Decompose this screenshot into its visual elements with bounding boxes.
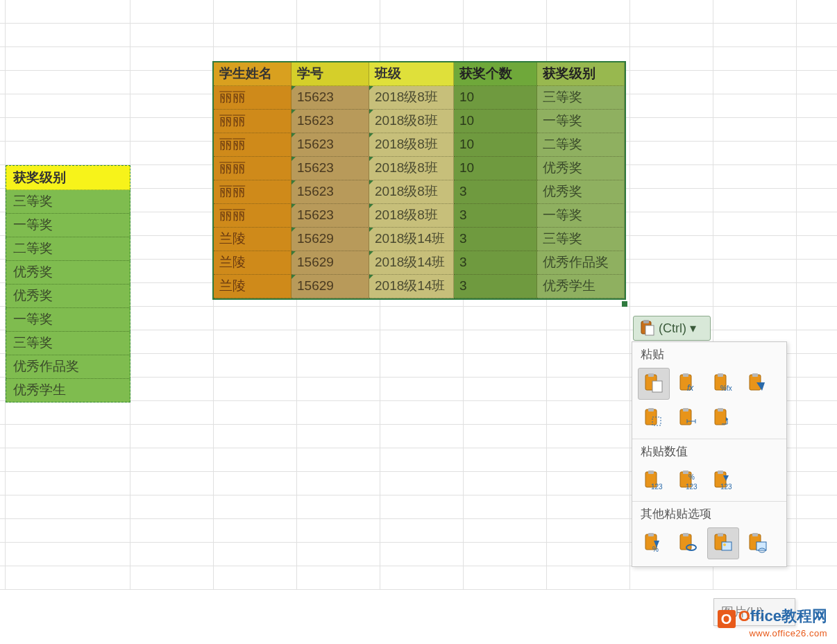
table-row[interactable]: 丽丽156232018级8班10三等奖 (214, 86, 625, 110)
paste-options-label: (Ctrl) ▾ (659, 321, 696, 336)
copied-cell[interactable]: 三等奖 (6, 332, 130, 355)
table-row[interactable]: 丽丽156232018级8班10一等奖 (214, 110, 625, 133)
cell-lvl[interactable]: 三等奖 (537, 86, 625, 110)
copied-cell[interactable]: 一等奖 (6, 308, 130, 332)
cell-cnt[interactable]: 10 (454, 157, 537, 180)
col-header-id[interactable]: 学号 (291, 62, 369, 86)
cell-lvl[interactable]: 一等奖 (537, 204, 625, 228)
svg-rect-2 (645, 325, 654, 335)
col-header-class[interactable]: 班级 (369, 62, 454, 86)
copied-cell[interactable]: 一等奖 (6, 214, 130, 237)
cell-cnt[interactable]: 3 (454, 228, 537, 251)
table-row[interactable]: 兰陵156292018级14班3三等奖 (214, 228, 625, 251)
table-row[interactable]: 丽丽156232018级8班10优秀奖 (214, 157, 625, 180)
col-header-level[interactable]: 获奖级别 (537, 62, 625, 86)
cell-cnt[interactable]: 3 (454, 251, 537, 275)
paste-formatting-icon[interactable] (742, 368, 774, 400)
table-row[interactable]: 丽丽156232018级8班3优秀奖 (214, 180, 625, 204)
cell-cnt[interactable]: 3 (454, 275, 537, 298)
svg-rect-39 (722, 542, 732, 550)
paste-picture-icon[interactable] (707, 527, 739, 559)
cell-name[interactable]: 丽丽 (214, 180, 291, 204)
copied-header-cell[interactable]: 获奖级别 (6, 165, 130, 190)
table-row[interactable]: 兰陵156292018级14班3优秀学生 (214, 275, 625, 298)
cell-id[interactable]: 15623 (291, 110, 369, 133)
svg-rect-10 (718, 373, 723, 377)
cell-name[interactable]: 丽丽 (214, 204, 291, 228)
cell-cnt[interactable]: 3 (454, 180, 537, 204)
cell-cls[interactable]: 2018级8班 (369, 86, 454, 110)
cell-name[interactable]: 丽丽 (214, 86, 291, 110)
cell-name[interactable]: 兰陵 (214, 275, 291, 298)
col-header-count[interactable]: 获奖个数 (454, 62, 537, 86)
flyout-section-values: 粘贴数值 (632, 439, 786, 462)
copied-cell[interactable]: 三等奖 (6, 190, 130, 214)
cell-id[interactable]: 15623 (291, 86, 369, 110)
col-header-name[interactable]: 学生姓名 (214, 62, 291, 86)
cell-cnt[interactable]: 10 (454, 86, 537, 110)
cell-cnt[interactable]: 10 (454, 110, 537, 133)
cell-cls[interactable]: 2018级14班 (369, 251, 454, 275)
cell-id[interactable]: 15629 (291, 275, 369, 298)
cell-name[interactable]: 丽丽 (214, 110, 291, 133)
paste-values-srcfmt-123-icon[interactable]: 123 (707, 465, 739, 497)
cell-name[interactable]: 兰陵 (214, 251, 291, 275)
selection-handle[interactable] (622, 301, 627, 307)
cell-cnt[interactable]: 3 (454, 204, 537, 228)
cell-cls[interactable]: 2018级14班 (369, 228, 454, 251)
cell-lvl[interactable]: 三等奖 (537, 228, 625, 251)
paste-special-icon[interactable]: % (638, 527, 670, 559)
watermark: OOffice教程网 www.office26.com (718, 606, 827, 638)
paste-values-123-icon[interactable]: 123 (638, 465, 670, 497)
paste-link-icon[interactable] (673, 527, 704, 559)
svg-rect-4 (648, 373, 654, 377)
cell-lvl[interactable]: 优秀学生 (537, 275, 625, 298)
cell-id[interactable]: 15629 (291, 251, 369, 275)
copied-cell[interactable]: 二等奖 (6, 237, 130, 261)
cell-id[interactable]: 15623 (291, 133, 369, 157)
svg-rect-32 (648, 533, 654, 536)
copied-cell[interactable]: 优秀奖 (6, 261, 130, 285)
copied-cell[interactable]: 优秀作品奖 (6, 355, 130, 379)
table-row[interactable]: 丽丽156232018级8班10二等奖 (214, 133, 625, 157)
cell-cls[interactable]: 2018级8班 (369, 133, 454, 157)
cell-lvl[interactable]: 二等奖 (537, 133, 625, 157)
paste-pctfx-icon[interactable]: %fx (707, 368, 739, 400)
cell-id[interactable]: 15629 (291, 228, 369, 251)
paste-values-fmt-123-icon[interactable]: 123% (673, 465, 704, 497)
copied-range[interactable]: 获奖级别 三等奖一等奖二等奖优秀奖优秀奖一等奖三等奖优秀作品奖优秀学生 (6, 165, 130, 402)
copied-cell[interactable]: 优秀奖 (6, 285, 130, 308)
table-row[interactable]: 兰陵156292018级14班3优秀作品奖 (214, 251, 625, 275)
paste-colwidth-icon[interactable] (673, 402, 704, 434)
cell-name[interactable]: 丽丽 (214, 133, 291, 157)
copied-cell[interactable]: 优秀学生 (6, 379, 130, 402)
cell-cls[interactable]: 2018级14班 (369, 275, 454, 298)
svg-rect-34 (680, 534, 691, 550)
paste-transpose-icon[interactable] (707, 402, 739, 434)
cell-name[interactable]: 兰陵 (214, 228, 291, 251)
cell-id[interactable]: 15623 (291, 180, 369, 204)
cell-lvl[interactable]: 优秀奖 (537, 157, 625, 180)
paste-linked-picture-icon[interactable] (742, 527, 774, 559)
cell-lvl[interactable]: 一等奖 (537, 110, 625, 133)
cell-cnt[interactable]: 10 (454, 133, 537, 157)
paste-fx-icon[interactable]: fx (673, 368, 704, 400)
paste-icon[interactable] (638, 368, 670, 400)
cell-cls[interactable]: 2018级8班 (369, 157, 454, 180)
cell-id[interactable]: 15623 (291, 157, 369, 180)
cell-cls[interactable]: 2018级8班 (369, 110, 454, 133)
table-row[interactable]: 丽丽156232018级8班3一等奖 (214, 204, 625, 228)
pasted-table[interactable]: 学生姓名 学号 班级 获奖个数 获奖级别 丽丽156232018级8班10三等奖… (212, 61, 626, 300)
paste-options-flyout: 粘贴 fx%fx 粘贴数值 123123%123 其他粘贴选项 % (632, 341, 787, 567)
paste-options-button[interactable]: (Ctrl) ▾ (633, 316, 711, 341)
cell-cls[interactable]: 2018级8班 (369, 204, 454, 228)
svg-text:123: 123 (686, 483, 698, 491)
cell-id[interactable]: 15623 (291, 204, 369, 228)
cell-lvl[interactable]: 优秀奖 (537, 180, 625, 204)
svg-rect-18 (683, 408, 688, 412)
cell-lvl[interactable]: 优秀作品奖 (537, 251, 625, 275)
paste-noborder-icon[interactable] (638, 402, 670, 434)
svg-text:%: % (652, 545, 659, 553)
cell-cls[interactable]: 2018级8班 (369, 180, 454, 204)
cell-name[interactable]: 丽丽 (214, 157, 291, 180)
